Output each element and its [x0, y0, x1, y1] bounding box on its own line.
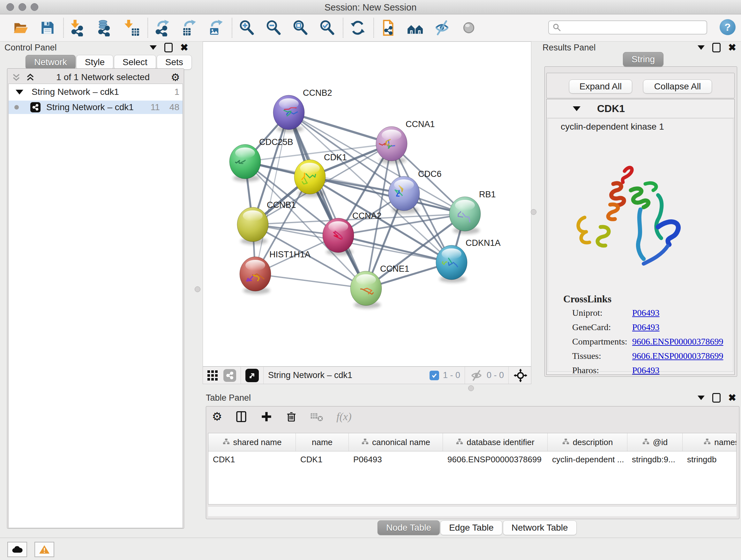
edge-CCNB2-CCNA1[interactable] [289, 112, 392, 144]
panel-close-icon[interactable]: ✖ [180, 43, 188, 52]
panel-collapse-icon[interactable] [150, 45, 157, 50]
tab-edge-table[interactable]: Edge Table [441, 520, 502, 535]
gene-expander-icon[interactable] [573, 106, 581, 111]
crosslink-link[interactable]: 9606.ENSP00000378699 [632, 336, 723, 347]
network-tree-row[interactable]: String Network – cdk1 11 48 [9, 101, 183, 114]
tab-network[interactable]: Network [25, 55, 76, 70]
vertical-splitter-handle[interactable] [531, 209, 536, 215]
open-session-icon[interactable] [11, 18, 30, 37]
network-tree-root-row[interactable]: String Network – cdk1 1 [9, 84, 183, 98]
collapse-all-icon[interactable] [11, 72, 21, 82]
delete-table-icon[interactable] [310, 411, 324, 422]
table-cell[interactable]: stringdb [683, 455, 737, 464]
panel-close-icon[interactable]: ✖ [728, 393, 736, 402]
import-network-file-icon[interactable] [69, 18, 87, 37]
crosslink-link[interactable]: P06493 [632, 365, 660, 375]
zoom-selected-icon[interactable] [318, 18, 336, 37]
panel-float-icon[interactable] [164, 43, 173, 52]
birdseye-view-icon[interactable] [246, 369, 259, 382]
column-header-description[interactable]: description [548, 433, 627, 451]
delete-column-icon[interactable] [285, 411, 297, 423]
tab-sets[interactable]: Sets [157, 55, 192, 70]
warning-button[interactable] [35, 542, 54, 557]
hidden-eye-icon[interactable] [469, 370, 483, 381]
import-network-database-icon[interactable] [96, 18, 114, 37]
tree-expander-icon[interactable] [16, 90, 23, 95]
export-image-icon[interactable] [207, 18, 225, 37]
node-RB1[interactable] [449, 197, 481, 234]
node-CDC25B[interactable] [229, 144, 261, 182]
panel-close-icon[interactable]: ✖ [728, 43, 736, 52]
horizontal-scrollbar[interactable] [208, 506, 737, 516]
node-HIST1H1A[interactable] [240, 257, 271, 294]
column-header-name[interactable]: name [296, 433, 349, 451]
selected-nodes-checkbox[interactable] [429, 371, 439, 380]
save-session-icon[interactable] [38, 18, 57, 37]
network-options-gear-icon[interactable]: ⚙ [171, 71, 180, 83]
tab-string[interactable]: String [623, 52, 664, 67]
node-CCNB2[interactable] [273, 95, 305, 132]
table-cell[interactable]: stringdb:9... [627, 455, 683, 464]
table-cell[interactable]: 9606.ENSP00000378699 [443, 455, 548, 464]
panel-collapse-icon[interactable] [697, 395, 704, 400]
table-row[interactable]: CDK1CDK1P064939606.ENSP00000378699cyclin… [208, 451, 736, 468]
import-table-icon[interactable] [123, 18, 141, 37]
panel-float-icon[interactable] [712, 393, 721, 402]
column-header-@id[interactable]: @id [627, 433, 683, 451]
table-gear-icon[interactable]: ⚙ [212, 410, 222, 423]
table-cell[interactable]: P06493 [349, 455, 443, 464]
string-home-icon[interactable] [406, 18, 424, 37]
export-network-icon[interactable] [153, 18, 172, 37]
panel-float-icon[interactable] [712, 43, 721, 52]
cloud-button[interactable] [7, 542, 27, 557]
presentation-sphere-icon[interactable] [460, 18, 478, 37]
tab-network-table[interactable]: Network Table [503, 520, 577, 535]
add-column-icon[interactable] [260, 411, 273, 423]
columns-icon[interactable] [235, 410, 248, 423]
gene-card-header[interactable]: CDK1 [547, 99, 734, 118]
tab-node-table[interactable]: Node Table [378, 520, 440, 535]
node-CDK1[interactable] [294, 160, 326, 197]
import-string-document-icon[interactable] [379, 18, 398, 37]
table-cell[interactable]: CDK1 [208, 455, 296, 464]
node-table[interactable]: shared namenamecanonical namedatabase id… [208, 433, 737, 504]
horizontal-splitter-handle[interactable] [468, 385, 474, 391]
edge-HIST1H1A-CCNE1[interactable] [255, 274, 366, 288]
column-header-shared-name[interactable]: shared name [208, 433, 296, 451]
node-CCNB1[interactable] [237, 207, 268, 245]
refresh-layout-icon[interactable] [348, 18, 367, 37]
edge-CCNA2-CDKN1A[interactable] [338, 235, 452, 262]
node-CCNA1[interactable] [376, 126, 407, 164]
crosslink-link[interactable]: P06493 [632, 322, 660, 332]
expand-all-button[interactable]: Expand All [569, 79, 632, 94]
table-cell[interactable]: cyclin-dependent ... [548, 455, 627, 464]
zoom-out-icon[interactable] [264, 18, 283, 37]
network-canvas[interactable]: CCNB2CCNA1CDC25BCDK1CDC6RB1CCNB1CCNA2CDK… [203, 42, 531, 367]
node-CDKN1A[interactable] [436, 245, 467, 283]
collapse-all-button[interactable]: Collapse All [643, 79, 712, 94]
grid-view-icon[interactable] [206, 369, 219, 382]
hide-unhide-icon[interactable] [433, 18, 451, 37]
node-CCNA2[interactable] [323, 218, 354, 255]
help-button[interactable]: ? [720, 19, 736, 35]
expand-all-icon[interactable] [25, 72, 35, 82]
zoom-in-icon[interactable] [238, 18, 256, 37]
export-table-icon[interactable] [180, 18, 199, 37]
panel-collapse-icon[interactable] [697, 45, 704, 50]
tab-style[interactable]: Style [76, 55, 113, 70]
table-cell[interactable]: CDK1 [296, 455, 349, 464]
share-network-icon[interactable] [223, 369, 236, 382]
column-header-namespace[interactable]: namespace [683, 433, 737, 451]
toolbar-separator [63, 18, 64, 38]
fx-icon[interactable]: f(x) [336, 411, 351, 423]
crosslink-link[interactable]: 9606.ENSP00000378699 [632, 351, 723, 361]
search-input[interactable] [548, 20, 707, 35]
tab-select[interactable]: Select [114, 55, 156, 70]
zoom-fit-icon[interactable] [291, 18, 310, 37]
column-header-canonical-name[interactable]: canonical name [349, 433, 443, 451]
vertical-splitter-handle[interactable] [195, 287, 200, 292]
column-header-database-identifier[interactable]: database identifier [443, 433, 548, 451]
node-CCNE1[interactable] [350, 271, 382, 308]
crosshair-icon[interactable] [513, 368, 528, 383]
crosslink-link[interactable]: P06493 [632, 308, 660, 318]
